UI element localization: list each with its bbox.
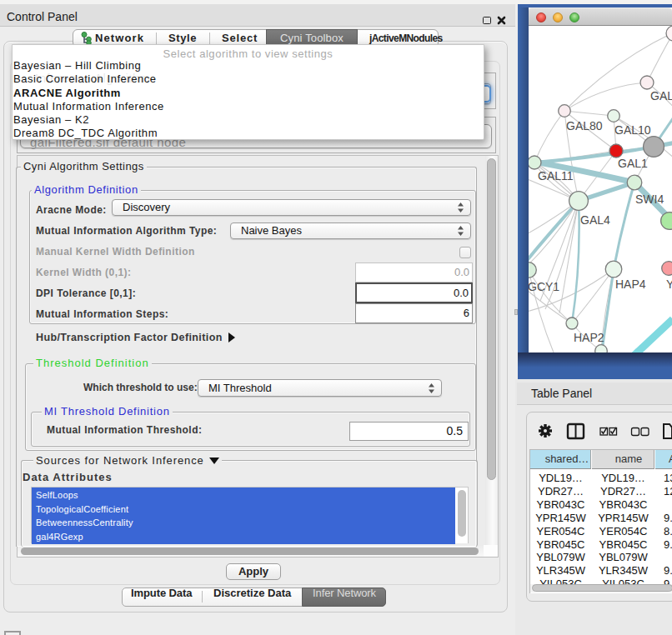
svg-text:GAL1: GAL1: [618, 157, 648, 170]
svg-text:HAP2: HAP2: [574, 331, 604, 344]
svg-text:GAL4: GAL4: [580, 213, 610, 227]
svg-text:GAL11: GAL11: [538, 169, 574, 182]
svg-text:YD: YD: [666, 278, 672, 291]
svg-text:GAL80: GAL80: [566, 119, 603, 132]
svg-text:GAL10: GAL10: [614, 123, 651, 137]
svg-text:HAP4: HAP4: [615, 278, 646, 291]
svg-text:GAL2: GAL2: [650, 89, 672, 102]
svg-text:SWI4: SWI4: [635, 192, 664, 206]
svg-text:GCY1: GCY1: [529, 280, 559, 293]
